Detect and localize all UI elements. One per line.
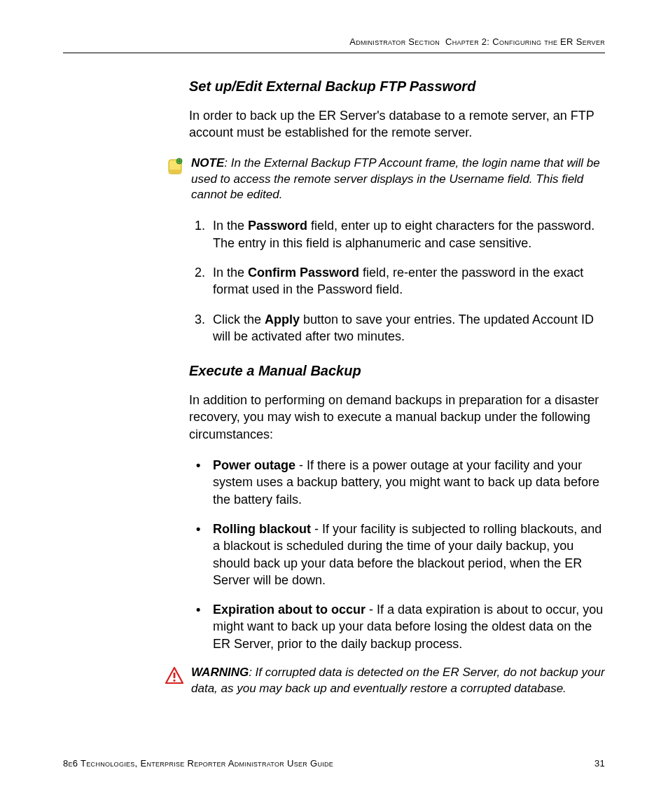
- warning-icon: [165, 666, 187, 687]
- note-text: NOTE: In the External Backup FTP Account…: [191, 156, 605, 204]
- warning-label: WARNING: [191, 666, 249, 679]
- bullet-power-outage: Power outage - If there is a power outag…: [209, 457, 605, 508]
- bullet-expiration: Expiration about to occur - If a data ex…: [209, 601, 605, 652]
- bold-confirm-password: Confirm Password: [248, 266, 359, 280]
- step-2: In the Confirm Password field, re-enter …: [209, 264, 605, 298]
- note-body: : In the External Backup FTP Account fra…: [191, 156, 600, 202]
- warning-text: WARNING: If corrupted data is detected o…: [191, 665, 605, 697]
- svg-rect-3: [174, 680, 176, 682]
- steps-block: In the Password field, enter up to eight…: [189, 217, 605, 652]
- note-callout: NOTE: In the External Backup FTP Account…: [165, 156, 605, 204]
- bold-power-outage: Power outage: [213, 458, 295, 472]
- footer-left: 8e6 Technologies, Enterprise Reporter Ad…: [63, 758, 333, 769]
- warning-callout: WARNING: If corrupted data is detected o…: [165, 665, 605, 697]
- section-heading-manual-backup: Execute a Manual Backup: [189, 363, 605, 379]
- page-number: 31: [594, 758, 605, 769]
- bold-apply: Apply: [265, 312, 300, 326]
- bold-expiration: Expiration about to occur: [213, 603, 366, 617]
- footer: 8e6 Technologies, Enterprise Reporter Ad…: [63, 758, 605, 769]
- svg-rect-2: [174, 673, 176, 678]
- note-icon: [165, 157, 187, 181]
- note-label: NOTE: [191, 156, 224, 170]
- warning-body: : If corrupted data is detected on the E…: [191, 666, 605, 695]
- bullet-rolling-blackout: Rolling blackout - If your facility is s…: [209, 521, 605, 589]
- running-header: Administrator Section Chapter 2: Configu…: [63, 36, 605, 53]
- bold-password: Password: [248, 219, 307, 233]
- header-section: Administrator Section: [349, 36, 440, 47]
- bold-rolling-blackout: Rolling blackout: [213, 522, 311, 536]
- bullet-list: Power outage - If there is a power outag…: [189, 457, 605, 652]
- content-block-1: Set up/Edit External Backup FTP Password…: [189, 78, 605, 142]
- step-1: In the Password field, enter up to eight…: [209, 217, 605, 252]
- header-chapter: Chapter 2: Configuring the ER Server: [445, 36, 605, 47]
- section1-intro: In order to back up the ER Server's data…: [189, 107, 605, 142]
- step-3: Click the Apply button to save your entr…: [209, 311, 605, 345]
- steps-list: In the Password field, enter up to eight…: [189, 217, 605, 345]
- page: Administrator Section Chapter 2: Configu…: [0, 0, 668, 812]
- section2-intro: In addition to performing on demand back…: [189, 392, 605, 443]
- section-heading-ftp: Set up/Edit External Backup FTP Password: [189, 78, 605, 95]
